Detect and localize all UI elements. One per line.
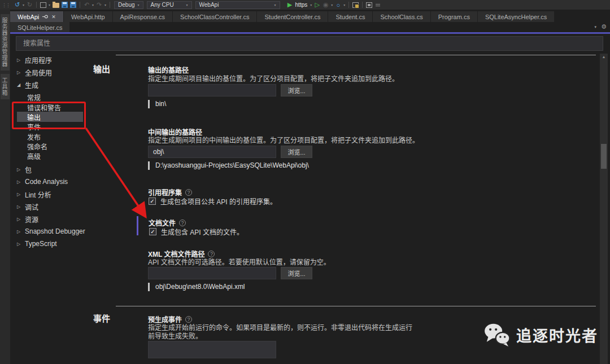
documentation-file-row: 生成包含 API 文档的文件。 <box>149 227 243 236</box>
base-output-path-input[interactable] <box>148 84 276 97</box>
solution-explorer-icon[interactable] <box>366 2 372 8</box>
nav-item-publish[interactable]: 发布 <box>17 131 83 142</box>
search-properties-input[interactable] <box>16 36 603 51</box>
prebuild-event-textarea[interactable] <box>148 341 276 358</box>
save-icon[interactable] <box>62 2 68 8</box>
find-in-files-icon[interactable] <box>352 2 359 8</box>
chevron-right-icon <box>17 58 25 63</box>
open-folder-icon[interactable] <box>53 3 59 8</box>
hot-reload-caret-icon[interactable]: ▾ <box>331 3 333 7</box>
navigate-back-caret-icon[interactable]: ▾ <box>23 3 24 7</box>
new-window-icon[interactable] <box>40 2 46 8</box>
toolbar-separator <box>110 2 110 8</box>
side-tab-server-explorer[interactable]: 服务器资源管理器 <box>1 14 10 71</box>
nav-item-global-usings[interactable]: 全局使用 <box>17 67 52 77</box>
chevron-right-icon <box>17 167 25 172</box>
close-icon[interactable]: ✕ <box>51 14 56 20</box>
tab-schoolclasscontroller[interactable]: SchoolClassController.cs <box>173 11 256 22</box>
tab-webapi[interactable]: WebApi ✕ <box>10 11 63 22</box>
base-output-path-desc: 指定生成期间项目输出的基位置。为了区分项目配置，将把子文件夹追加到此路径。 <box>148 75 399 84</box>
nav-item-resources[interactable]: 资源 <box>17 214 38 224</box>
base-output-browse-button[interactable]: 浏览... <box>281 84 312 97</box>
chevron-right-icon <box>17 217 25 222</box>
intermediate-output-browse-button[interactable]: 浏览... <box>281 146 312 158</box>
nav-item-events[interactable]: 事件 <box>17 121 83 131</box>
save-all-icon[interactable] <box>70 2 76 8</box>
tab-schoolclass[interactable]: SchoolClass.cs <box>373 11 430 22</box>
nav-item-errors-warnings[interactable]: 错误和警告 <box>17 102 83 112</box>
side-tab-toolbox[interactable]: 工具箱 <box>1 74 10 99</box>
navigate-forward-icon[interactable]: ↻ <box>26 1 33 9</box>
base-output-preview: bin\ <box>148 100 166 108</box>
xml-doc-path-label: XML 文档文件路径 <box>148 249 215 258</box>
configuration-dropdown[interactable]: Debug ▾ <box>114 1 143 9</box>
nav-item-lint[interactable]: Lint 分析 <box>17 189 51 199</box>
nav-item-snapshot-debugger[interactable]: Snapshot Debugger <box>17 226 85 236</box>
tab-sqlitehelper[interactable]: SQLiteHelper.cs <box>10 22 69 33</box>
tab-sqliteasynchelper[interactable]: SQLiteAsyncHelper.cs <box>478 11 554 22</box>
nav-item-package[interactable]: 包 <box>17 164 32 174</box>
focused-field-accent-bar <box>137 216 138 235</box>
nav-item-build[interactable]: 生成 <box>17 80 38 90</box>
toolbar-grip[interactable]: ⋮⋮ <box>2 2 10 8</box>
toolbar-separator <box>362 2 363 8</box>
xml-doc-path-preview: obj\Debug\net8.0\WebApi.xml <box>148 283 245 291</box>
section-title-output: 输出 <box>93 63 110 74</box>
refresh-icon[interactable]: ○ <box>334 1 342 9</box>
help-icon[interactable] <box>185 316 192 323</box>
tab-program[interactable]: Program.cs <box>431 11 477 22</box>
intermediate-output-input[interactable] <box>148 146 276 158</box>
tab-apiresponse[interactable]: ApiResponse.cs <box>113 11 173 22</box>
pin-icon[interactable] <box>42 14 48 19</box>
tab-student[interactable]: Student.cs <box>328 11 372 22</box>
nav-item-output[interactable]: 输出 <box>17 112 83 122</box>
help-icon[interactable] <box>185 189 192 196</box>
nav-item-advanced[interactable]: 高级 <box>17 151 83 161</box>
run-without-debug-icon[interactable]: ▷ <box>313 1 321 9</box>
navigate-back-icon[interactable]: ↺ <box>14 1 21 9</box>
help-icon[interactable] <box>208 251 215 257</box>
scroll-up-icon[interactable]: ▲ <box>600 55 608 59</box>
tab-list-caret-icon[interactable]: ▾ <box>595 25 597 29</box>
nav-item-general[interactable]: 常规 <box>17 92 83 102</box>
toolbar-overflow-icon[interactable] <box>376 4 380 6</box>
hot-reload-icon[interactable]: ◉ <box>322 1 329 9</box>
refresh-caret-icon[interactable]: ▾ <box>343 3 345 7</box>
gear-icon[interactable]: ⚙ <box>601 23 607 30</box>
section-separator <box>116 55 596 55</box>
run-icon[interactable]: ▶ <box>286 1 294 9</box>
nav-item-debug[interactable]: 调试 <box>17 201 38 212</box>
nav-item-strong-naming[interactable]: 强命名 <box>17 141 83 151</box>
triangle-down-icon <box>17 82 25 87</box>
undo-caret-icon[interactable]: ▾ <box>92 3 94 7</box>
chevron-right-icon <box>17 70 25 75</box>
run-caret-icon[interactable]: ▾ <box>310 3 312 7</box>
documentation-file-label: 文档文件 <box>149 218 186 227</box>
undo-icon[interactable]: ↶ <box>83 1 90 9</box>
redo-caret-icon[interactable]: ▾ <box>104 3 106 7</box>
xml-doc-path-browse-button[interactable]: 浏览... <box>281 267 312 279</box>
run-profile-label[interactable]: https <box>295 2 308 8</box>
redo-icon[interactable]: ↷ <box>95 1 103 9</box>
document-tab-bar-row2: SQLiteHelper.cs <box>10 22 610 33</box>
new-window-caret-icon[interactable]: ▾ <box>49 3 50 7</box>
tab-webapi-http[interactable]: WebApi.http <box>64 11 112 22</box>
prebuild-event-label: 预生成事件 <box>148 314 192 324</box>
watermark: 追逐时光者 <box>483 323 598 347</box>
reference-assembly-checkbox[interactable] <box>149 198 156 205</box>
vertical-scrollbar[interactable]: ▲ <box>600 54 608 364</box>
startup-project-dropdown[interactable]: WebApi ▾ <box>195 1 280 9</box>
nav-item-code-analysis[interactable]: Code Analysis <box>17 177 68 187</box>
scrollbar-thumb[interactable] <box>601 144 607 169</box>
help-icon[interactable] <box>179 220 186 226</box>
nav-item-application[interactable]: 应用程序 <box>17 55 52 65</box>
side-dock-strip: 服务器资源管理器 工具箱 <box>0 10 10 364</box>
xml-doc-path-input[interactable] <box>148 267 276 279</box>
chevron-right-icon <box>17 179 25 185</box>
section-title-events: 事件 <box>93 312 110 324</box>
platform-dropdown[interactable]: Any CPU ▾ <box>147 1 192 9</box>
tab-studentcontroller[interactable]: StudentController.cs <box>257 11 328 22</box>
nav-item-typescript[interactable]: TypeScript <box>17 239 57 249</box>
documentation-file-checkbox[interactable] <box>149 228 156 235</box>
section-separator <box>116 306 596 306</box>
